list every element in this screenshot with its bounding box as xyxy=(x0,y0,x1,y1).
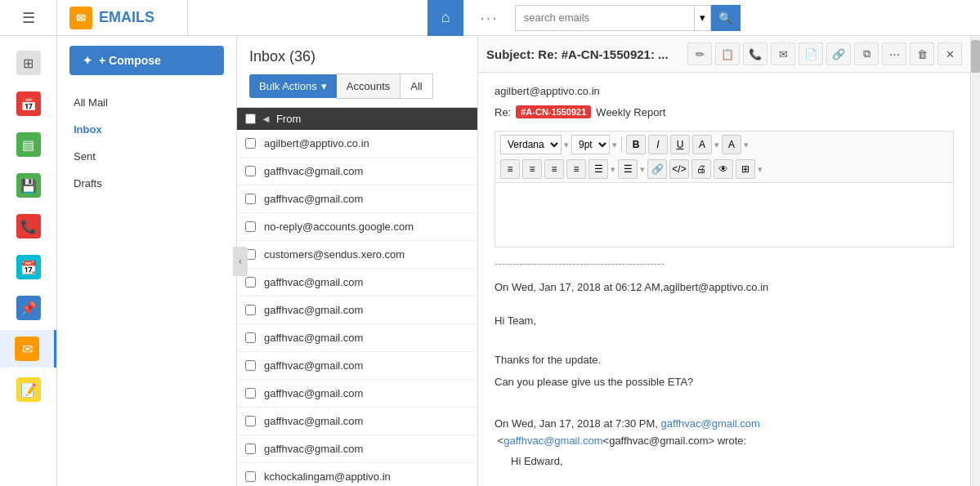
list-item[interactable]: customers@sendus.xero.com xyxy=(237,241,477,269)
eta-line: Can you please give us the possible ETA? xyxy=(494,374,954,391)
pin-icon: 📌 xyxy=(16,296,41,320)
editor-toolbar-row1: Verdana ▾ 9pt ▾ B I U A ▾ A ▾ xyxy=(500,135,948,154)
sidebar-item-pin[interactable]: 📌 xyxy=(0,289,56,327)
font-color-button[interactable]: A xyxy=(692,135,712,154)
editor-area[interactable] xyxy=(494,182,954,247)
email-checkbox[interactable] xyxy=(245,277,256,288)
email-from: gaffhvac@gmail.com xyxy=(264,332,363,344)
detail-scrollbar[interactable] xyxy=(970,36,980,486)
email-from: customers@sendus.xero.com xyxy=(264,248,405,261)
list-item[interactable]: no-reply@accounts.google.com xyxy=(237,213,477,241)
nav-item-all-mail[interactable]: All Mail xyxy=(57,89,236,116)
align-right-button[interactable]: ≡ xyxy=(544,159,564,179)
list-item[interactable]: gaffhvac@gmail.com xyxy=(237,324,477,352)
highlight-button[interactable]: A xyxy=(722,135,741,154)
home-button[interactable]: ⌂ xyxy=(427,0,463,36)
wrote-bracket-link2[interactable]: gaffhvac@gmail.com xyxy=(503,435,602,447)
sidebar-item-grid[interactable]: ⊞ xyxy=(0,44,56,82)
sidebar-item-phone[interactable]: 📞 xyxy=(0,207,56,245)
table-button[interactable]: ⊞ xyxy=(736,159,755,179)
list-item[interactable]: gaffhvac@gmail.com xyxy=(237,269,477,297)
compose-button[interactable]: ✦ + Compose xyxy=(69,46,224,75)
link-button[interactable]: 🔗 xyxy=(826,42,851,65)
nav-item-inbox[interactable]: Inbox xyxy=(57,116,236,143)
bold-button[interactable]: B xyxy=(626,135,646,154)
email-checkbox[interactable] xyxy=(245,332,256,343)
plus-icon: ✦ xyxy=(83,54,92,67)
email-checkbox[interactable] xyxy=(245,471,256,482)
list-item[interactable]: gaffhvac@gmail.com xyxy=(237,380,477,408)
compose-label: + Compose xyxy=(99,54,161,67)
email-list-table: ◄ From agilbert@apptivo.co.in gaffhvac@g… xyxy=(237,108,477,486)
code-button[interactable]: </> xyxy=(669,159,689,179)
align-left-button[interactable]: ≡ xyxy=(500,159,520,179)
scrollbar-thumb[interactable] xyxy=(971,40,980,73)
wrote-from-link[interactable]: gaffhvac@gmail.com xyxy=(661,417,760,430)
call-button[interactable]: 📞 xyxy=(743,42,767,65)
email-checkbox[interactable] xyxy=(245,444,256,454)
font-size-select[interactable]: 9pt xyxy=(571,135,610,154)
email-checkbox[interactable] xyxy=(245,221,256,232)
nav-item-drafts[interactable]: Drafts xyxy=(57,170,236,197)
select-all-checkbox[interactable] xyxy=(245,114,256,124)
justify-button[interactable]: ≡ xyxy=(566,159,586,179)
sidebar-item-calendar2[interactable]: 📆 xyxy=(0,248,56,286)
print-button[interactable]: 🖨 xyxy=(691,159,711,179)
collapse-arrow[interactable]: ‹ xyxy=(233,247,248,276)
more-options-button[interactable]: ··· xyxy=(480,8,499,27)
email-list-panel: Inbox (36) Bulk Actions ▾ Accounts All ◄… xyxy=(237,36,478,486)
email-checkbox[interactable] xyxy=(245,388,256,399)
more-button[interactable]: ⋯ xyxy=(882,42,906,65)
underline-button[interactable]: U xyxy=(670,135,690,154)
sidebar-item-save[interactable]: 💾 xyxy=(0,167,56,204)
email-checkbox[interactable] xyxy=(245,166,256,176)
email-detail-panel: Subject: Re: #A-CN-1550921: ... ✏ 📋 📞 ✉ … xyxy=(478,36,970,486)
email-checkbox[interactable] xyxy=(245,416,256,426)
email-checkbox[interactable] xyxy=(245,138,256,149)
bulk-actions-label: Bulk Actions xyxy=(259,80,317,92)
list-item[interactable]: gaffhvac@gmail.com xyxy=(237,185,477,213)
list-item[interactable]: gaffhvac@gmail.com xyxy=(237,158,477,185)
duplicate-button[interactable]: ⧉ xyxy=(854,42,879,65)
accounts-tab[interactable]: Accounts xyxy=(337,74,401,99)
edit-button[interactable]: ✏ xyxy=(687,42,712,65)
document-button[interactable]: 📄 xyxy=(799,42,823,65)
search-button[interactable]: 🔍 xyxy=(711,5,741,31)
all-tab[interactable]: All xyxy=(401,74,432,99)
list-item[interactable]: gaffhvac@gmail.com xyxy=(237,435,477,463)
from-column-header: From xyxy=(276,113,301,125)
delete-button[interactable]: 🗑 xyxy=(910,42,934,65)
email-checkbox[interactable] xyxy=(245,194,256,204)
email-actions: ✏ 📋 📞 ✉ 📄 🔗 ⧉ ⋯ 🗑 ✕ xyxy=(687,42,962,65)
sidebar-item-calendar[interactable]: 📅 xyxy=(0,85,56,123)
list-item[interactable]: gaffhvac@gmail.com xyxy=(237,408,477,435)
italic-button[interactable]: I xyxy=(648,135,668,154)
ordered-list-button[interactable]: ☰ xyxy=(618,159,638,179)
list-item[interactable]: gaffhvac@gmail.com xyxy=(237,352,477,380)
top-nav: ☰ ✉ EMAILS ⌂ ··· ▾ 🔍 xyxy=(0,0,980,36)
sidebar-toggle[interactable]: ☰ xyxy=(0,0,57,35)
list-button[interactable]: ☰ xyxy=(588,159,608,179)
font-family-select[interactable]: Verdana xyxy=(500,135,562,154)
close-button[interactable]: ✕ xyxy=(937,42,962,65)
hi-edward: Hi Edward, xyxy=(511,453,954,470)
search-input[interactable] xyxy=(515,5,695,31)
list-item[interactable]: agilbert@apptivo.co.in xyxy=(237,130,477,158)
sidebar-item-dashboard[interactable]: ▤ xyxy=(0,126,56,163)
copy-button[interactable]: 📋 xyxy=(715,42,740,65)
wrote-line: On Wed, Jan 17, 2018 at 7:30 PM, gaffhva… xyxy=(494,416,954,450)
align-center-button[interactable]: ≡ xyxy=(522,159,542,179)
email-checkbox[interactable] xyxy=(245,305,256,315)
sidebar-item-note[interactable]: 📝 xyxy=(0,371,56,408)
link-editor-button[interactable]: 🔗 xyxy=(647,159,667,179)
email-checkbox[interactable] xyxy=(245,360,256,371)
search-dropdown[interactable]: ▾ xyxy=(695,5,711,31)
bulk-actions-button[interactable]: Bulk Actions ▾ xyxy=(249,74,337,98)
preview-button[interactable]: 👁 xyxy=(714,159,733,179)
list-item[interactable]: kchockalingam@apptivo.in xyxy=(237,463,477,486)
list-item[interactable]: gaffhvac@gmail.com xyxy=(237,297,477,324)
sort-arrow-icon: ◄ xyxy=(261,113,271,125)
compose-action-button[interactable]: ✉ xyxy=(771,42,795,65)
nav-item-sent[interactable]: Sent xyxy=(57,143,236,170)
sidebar-item-email[interactable]: ✉ xyxy=(0,330,56,368)
